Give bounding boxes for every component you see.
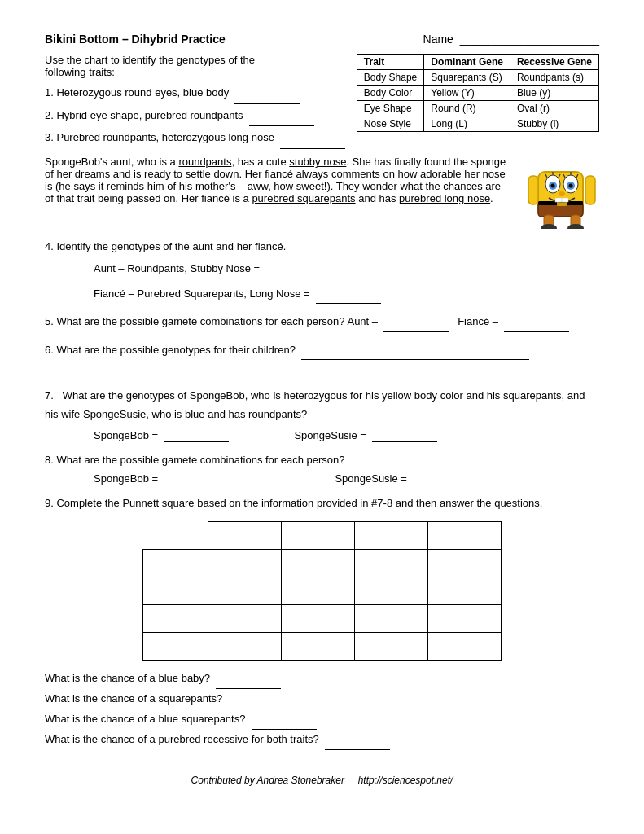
followup-q1-blank <box>216 669 281 689</box>
question-4-block: 4. Identify the genotypes of the aunt an… <box>45 237 599 256</box>
q4-num: 4. <box>45 240 56 252</box>
purebred-squarepants-ref: purebred squarepants <box>252 192 355 204</box>
punnett-header-row <box>143 521 502 549</box>
punnett-row-header-1 <box>143 549 208 577</box>
table-row: Eye Shape Round (R) Oval (r) <box>357 101 598 116</box>
trait-table: Trait Dominant Gene Recessive Gene Body … <box>357 54 599 132</box>
followup-q4-text: What is the chance of a purebred recessi… <box>45 733 319 745</box>
dominant-nose-style: Long (L) <box>424 116 510 132</box>
q8-ss-blank <box>413 472 478 485</box>
punnett-cell-13 <box>355 549 428 577</box>
svg-rect-18 <box>562 198 568 202</box>
punnett-col-header-1 <box>208 521 282 549</box>
q6-text: What are the possible genotypes for thei… <box>56 344 295 356</box>
q5-text: What are the possible gamete combination… <box>56 315 378 327</box>
aunt-label: Aunt – Roundpants, Stubby Nose = <box>94 262 260 274</box>
q7-sb-blank <box>164 429 229 442</box>
punnett-row-header-4 <box>143 632 208 660</box>
table-row: Body Color Yellow (Y) Blue (y) <box>357 86 598 101</box>
trait-nose-style: Nose Style <box>357 116 423 132</box>
dominant-body-shape: Squarepants (S) <box>424 70 510 86</box>
punnett-cell-33 <box>355 604 428 632</box>
q4-text: Identify the genotypes of the aunt and h… <box>56 240 286 252</box>
punnett-cell-21 <box>208 577 282 604</box>
punnett-cell-24 <box>428 577 502 604</box>
svg-point-23 <box>541 224 557 229</box>
question-9-block: 9. Complete the Punnett square based on … <box>45 494 599 512</box>
q7-ss-blank <box>372 429 437 442</box>
q7-spongesusie: SpongeSusie = <box>294 429 437 442</box>
fiance-blank <box>316 284 381 304</box>
punnett-col-header-4 <box>428 521 502 549</box>
punnett-cell-12 <box>282 549 355 577</box>
punnett-row-header-2 <box>143 577 208 604</box>
punnett-row-4 <box>143 632 502 660</box>
question-6-block: 6. What are the possible genotypes for t… <box>45 340 599 360</box>
punnett-row-1 <box>143 549 502 577</box>
punnett-corner <box>143 521 208 549</box>
footer-text: Contributed by Andrea Stonebraker <box>191 775 344 786</box>
q5-fiance-part: Fiancé – <box>458 315 498 327</box>
para-text2: , has a cute <box>231 156 289 168</box>
punnett-row-header-3 <box>143 604 208 632</box>
q5-num: 5. <box>45 315 56 327</box>
followup-q3-blank <box>252 709 317 730</box>
trait-eye-shape: Eye Shape <box>357 101 423 116</box>
q8-spongebob: SpongeBob = <box>94 472 269 485</box>
q1-num: 1. <box>45 86 56 99</box>
q1-blank <box>234 83 300 104</box>
story-paragraph-block: SpongeBob's aunt, who is a roundpants, h… <box>45 156 599 229</box>
story-text: SpongeBob's aunt, who is a roundpants, h… <box>45 156 511 204</box>
header-section: Bikini Bottom – Dihybrid Practice Name _… <box>45 33 599 46</box>
svg-rect-17 <box>555 198 562 202</box>
q7-text: What are the genotypes of SpongeBob, who… <box>45 389 585 420</box>
para-text4: and has <box>356 192 400 204</box>
q9-num: 9. <box>45 497 56 509</box>
page-title: Bikini Bottom – Dihybrid Practice <box>45 33 226 46</box>
roundpants-ref: roundpants <box>178 156 231 168</box>
q8-ss-label: SpongeSusie = <box>335 472 407 485</box>
recessive-nose-style: Stubby (l) <box>510 116 598 132</box>
question-5-block: 5. What are the possible gamete combinat… <box>45 312 599 331</box>
question-7-block: 7. What are the genotypes of SpongeBob, … <box>45 386 599 424</box>
followup-q4: What is the chance of a purebred recessi… <box>45 730 599 750</box>
punnett-followup: What is the chance of a blue baby? What … <box>45 669 599 750</box>
punnett-row-3 <box>143 604 502 632</box>
q7-num: 7. <box>45 389 63 402</box>
punnett-cell-44 <box>428 632 502 660</box>
dominant-eye-shape: Round (R) <box>424 101 510 116</box>
q8-spongesusie: SpongeSusie = <box>335 472 478 485</box>
question-3: 3. Purebred roundpants, heterozygous lon… <box>45 128 345 149</box>
punnett-cell-34 <box>428 604 502 632</box>
q8-num: 8. <box>45 454 56 466</box>
q2-blank <box>249 106 314 127</box>
para-text5: . <box>490 192 493 204</box>
q1-text: Heterozygous round eyes, blue body <box>56 86 229 99</box>
followup-q4-blank <box>325 730 390 750</box>
q8-sb-blank <box>164 472 269 485</box>
question-8-block: 8. What are the possible gamete combinat… <box>45 450 599 469</box>
spongebob-image <box>526 156 599 229</box>
followup-q2-blank <box>228 689 293 709</box>
intro-block: Use the chart to identify the genotypes … <box>45 54 345 151</box>
punnett-cell-41 <box>208 632 282 660</box>
q5-fiance-blank <box>504 312 569 331</box>
punnett-col-header-3 <box>355 521 428 549</box>
intro-text: Use the chart to identify the genotypes … <box>45 54 297 78</box>
svg-point-9 <box>569 184 573 188</box>
followup-q2: What is the chance of a squarepants? <box>45 689 599 709</box>
trait-body-shape: Body Shape <box>357 70 423 86</box>
punnett-cell-23 <box>355 577 428 604</box>
punnett-col-header-2 <box>282 521 355 549</box>
q2-text: Hybrid eye shape, purebred roundpants <box>56 109 243 121</box>
aunt-blank <box>265 259 331 279</box>
trait-body-color: Body Color <box>357 86 423 101</box>
svg-rect-19 <box>528 176 538 204</box>
questions-1-3: 1. Heterozygous round eyes, blue body 2.… <box>45 83 345 149</box>
q6-blank <box>301 340 529 360</box>
q8-inputs: SpongeBob = SpongeSusie = <box>94 472 599 485</box>
q6-num: 6. <box>45 344 56 356</box>
svg-point-24 <box>567 224 584 229</box>
q7-ss-label: SpongeSusie = <box>294 429 366 441</box>
q3-blank <box>280 128 345 149</box>
